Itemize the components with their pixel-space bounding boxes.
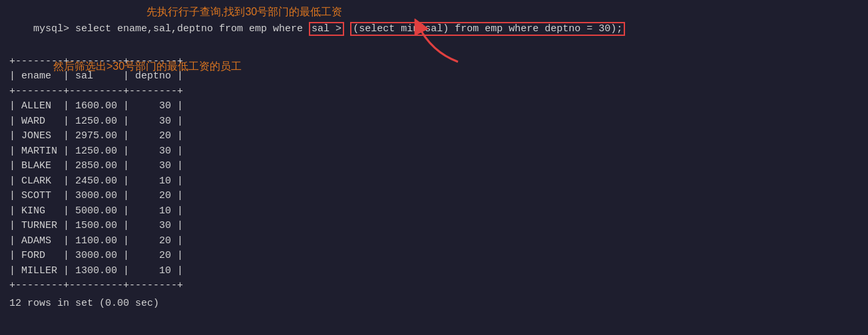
table-row: | JONES | 2975.00 | 20 | xyxy=(9,129,859,144)
table-row: | TURNER | 1500.00 | 30 | xyxy=(9,219,859,234)
table-header-divider: +--------+---------+--------+ xyxy=(9,84,859,100)
table-row: | CLARK | 2450.00 | 10 | xyxy=(9,174,859,189)
subquery: (select min(sal) from emp where deptno =… xyxy=(350,22,625,36)
arrow-icon xyxy=(411,19,465,65)
table-row: | ADAMS | 1100.00 | 20 | xyxy=(9,234,859,249)
table-row: | BLAKE | 2850.00 | 30 | xyxy=(9,159,859,174)
prompt-text: mysql> select ename,sal,deptno from emp … xyxy=(33,23,309,35)
table-row: | MILLER | 1300.00 | 10 | xyxy=(9,264,859,279)
query-footer: 12 rows in set (0.00 sec) xyxy=(9,296,859,312)
table-row: | KING | 5000.00 | 10 | xyxy=(9,204,859,219)
space xyxy=(344,23,350,35)
table-row: | WARD | 1250.00 | 30 | xyxy=(9,114,859,130)
table-row: | MARTIN | 1250.00 | 30 | xyxy=(9,144,859,160)
table-row: | ALLEN | 1600.00 | 30 | xyxy=(9,99,859,114)
table-row: | SCOTT | 3000.00 | 20 | xyxy=(9,189,859,204)
table-row: | FORD | 3000.00 | 20 | xyxy=(9,249,859,264)
table-bottom-divider: +--------+---------+--------+ xyxy=(9,279,859,294)
annotation-filter: 然后筛选出>30号部门的最低工资的员工 xyxy=(53,60,242,74)
annotation-subquery: 先执行行子查询,找到30号部门的最低工资 xyxy=(146,5,342,19)
terminal-window: mysql> select ename,sal,deptno from emp … xyxy=(0,0,868,335)
sal-condition: sal > xyxy=(309,22,344,36)
